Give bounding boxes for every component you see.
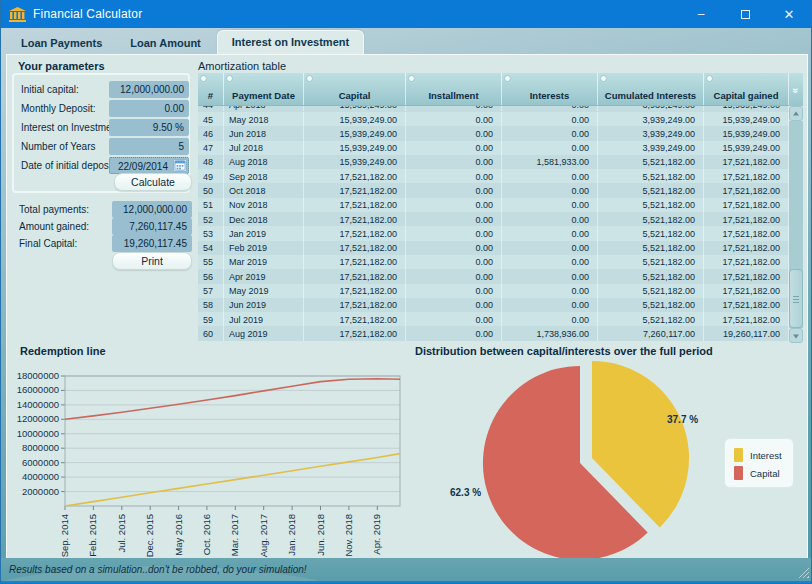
cell-text: 59 [198, 312, 224, 326]
cell-number: 1,581,933.00 [502, 155, 598, 169]
scroll-up-button[interactable] [789, 106, 803, 121]
table-row[interactable]: 56Apr 201917,521,182.000.000.005,521,182… [198, 269, 789, 283]
cell-text: 44 [198, 106, 224, 111]
scrollbar-track[interactable] [789, 121, 803, 328]
cell-number: 17,521,182.00 [704, 155, 789, 169]
legend-label: Interest [750, 450, 782, 461]
param-field[interactable]: 9.50 % [109, 119, 189, 136]
scroll-down-button[interactable] [789, 328, 803, 343]
svg-text:Jun. 2018: Jun. 2018 [315, 514, 326, 556]
param-row: Monthly Deposit:0.00 [21, 100, 189, 117]
column-options-button[interactable]: » [789, 73, 803, 106]
table-row[interactable]: 57May 201917,521,182.000.000.005,521,182… [198, 284, 789, 298]
svg-text:6000000: 6000000 [22, 457, 59, 468]
column-marker-icon [200, 75, 207, 82]
table-row[interactable]: 60Aug 201917,521,182.000.001,738,936.007… [198, 326, 789, 340]
calendar-button[interactable] [173, 159, 187, 172]
cell-number: 0.00 [406, 326, 502, 340]
table-row[interactable]: 47Jul 201815,939,249.000.000.003,939,249… [198, 141, 789, 155]
table-row[interactable]: 53Jan 201917,521,182.000.000.005,521,182… [198, 226, 789, 240]
param-field[interactable]: 0.00 [109, 100, 189, 117]
cell-number: 17,521,182.00 [304, 226, 406, 240]
amortization-table: #Payment DateCapitalInstallmentInterests… [198, 73, 789, 341]
column-header-label: Capital [339, 90, 371, 101]
table-row[interactable]: 50Oct 201817,521,182.000.000.005,521,182… [198, 183, 789, 197]
svg-text:12000000: 12000000 [17, 413, 59, 424]
calculate-button[interactable]: Calculate [114, 173, 192, 191]
cell-number: 0.00 [502, 141, 598, 155]
cell-text: Apr 2018 [224, 106, 304, 111]
svg-text:Mar. 2017: Mar. 2017 [229, 514, 240, 556]
cell-text: 56 [198, 269, 224, 283]
cell-text: 48 [198, 155, 224, 169]
column-header-interests[interactable]: Interests [502, 73, 598, 105]
tab-loan-payments[interactable]: Loan Payments [9, 33, 114, 55]
cell-number: 0.00 [502, 241, 598, 255]
cell-number: 5,521,182.00 [598, 241, 704, 255]
result-label: Final Capital: [19, 238, 77, 249]
table-row[interactable]: 59Jul 201917,521,182.000.000.005,521,182… [198, 312, 789, 326]
tab-loan-amount[interactable]: Loan Amount [118, 33, 212, 55]
param-label: Interest on Investment: [21, 122, 117, 133]
svg-text:Aug. 2017: Aug. 2017 [258, 514, 269, 557]
resize-grip-icon[interactable] [798, 567, 809, 578]
cell-number: 17,521,182.00 [704, 169, 789, 183]
table-row[interactable]: 58Jun 201917,521,182.000.000.005,521,182… [198, 298, 789, 312]
cell-number: 15,939,249.00 [704, 141, 789, 155]
result-row: Final Capital:19,260,117.45 [19, 235, 192, 252]
table-row[interactable]: 54Feb 201917,521,182.000.000.005,521,182… [198, 241, 789, 255]
table-row[interactable]: 44Apr 201815,939,249.000.000.003,939,249… [198, 106, 789, 111]
cell-text: Apr 2019 [224, 269, 304, 283]
table-row[interactable]: 52Dec 201817,521,182.000.000.005,521,182… [198, 212, 789, 226]
cell-number: 0.00 [406, 141, 502, 155]
svg-text:Dec. 2015: Dec. 2015 [144, 514, 155, 557]
column-header-capital-gained[interactable]: Capital gained [704, 73, 789, 105]
cell-number: 5,521,182.00 [598, 312, 704, 326]
cell-text: Jan 2019 [224, 226, 304, 240]
tab-interest-on-investment[interactable]: Interest on Investment [217, 30, 364, 55]
result-field: 7,260,117.45 [112, 218, 192, 235]
cell-number: 0.00 [502, 255, 598, 269]
thumb-grip-icon [793, 299, 799, 300]
cell-text: 49 [198, 169, 224, 183]
table-row[interactable]: 46Jun 201815,939,249.000.000.003,939,249… [198, 126, 789, 140]
table-row[interactable]: 48Aug 201815,939,249.000.001,581,933.005… [198, 155, 789, 169]
table-scrollbar: » [789, 73, 803, 341]
column-header--[interactable]: # [198, 73, 224, 105]
minimize-button[interactable]: – [679, 0, 723, 28]
table-row[interactable]: 45May 201815,939,249.000.000.003,939,249… [198, 112, 789, 126]
cell-text: Aug 2018 [224, 155, 304, 169]
close-button[interactable]: ✕ [767, 0, 811, 28]
table-row[interactable]: 55Mar 201917,521,182.000.000.005,521,182… [198, 255, 789, 269]
svg-text:Apr. 2019: Apr. 2019 [371, 514, 382, 555]
line-chart-title: Redemption line [20, 345, 106, 357]
scrollbar-thumb[interactable] [789, 269, 803, 328]
maximize-button[interactable] [723, 0, 767, 28]
window-title: Financial Calculator [33, 7, 142, 21]
cell-number: 17,521,182.00 [704, 241, 789, 255]
cell-text: May 2019 [224, 284, 304, 298]
param-field[interactable]: 12,000,000.00 [109, 81, 189, 98]
column-header-cumulated-interests[interactable]: Cumulated Interests [598, 73, 704, 105]
cell-number: 19,260,117.00 [704, 326, 789, 340]
legend-item-interest: Interest [734, 446, 793, 464]
redemption-line-chart: 2000000400000060000008000000100000001200… [17, 362, 412, 560]
tab-page-interest-on-investment: Your parameters Initial capital:12,000,0… [6, 54, 808, 559]
column-header-installment[interactable]: Installment [406, 73, 502, 105]
cell-number: 5,521,182.00 [598, 269, 704, 283]
cell-number: 0.00 [502, 106, 598, 111]
cell-number: 0.00 [406, 106, 502, 111]
table-row[interactable]: 51Nov 201817,521,182.000.000.005,521,182… [198, 198, 789, 212]
cell-text: 52 [198, 212, 224, 226]
cell-number: 17,521,182.00 [304, 241, 406, 255]
table-row[interactable]: 49Sep 201817,521,182.000.000.005,521,182… [198, 169, 789, 183]
cell-text: Jul 2018 [224, 141, 304, 155]
cell-text: May 2018 [224, 112, 304, 126]
print-button[interactable]: Print [112, 252, 192, 270]
status-message: Results based on a simulation..don't be … [9, 564, 307, 575]
column-header-capital[interactable]: Capital [304, 73, 406, 105]
column-header-payment-date[interactable]: Payment Date [224, 73, 304, 105]
cell-text: 55 [198, 255, 224, 269]
param-field[interactable]: 5 [109, 138, 189, 155]
cell-number: 0.00 [406, 255, 502, 269]
